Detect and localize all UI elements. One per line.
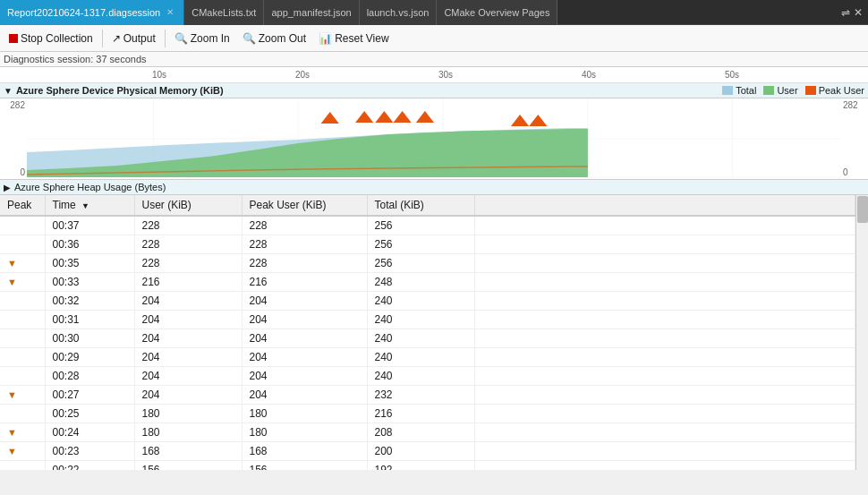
status-text: Diagnostics session: 37 seconds <box>4 54 147 64</box>
cell-total: 248 <box>367 273 474 292</box>
col-peak-label: Peak <box>7 199 31 211</box>
table-row[interactable]: 00:29204204240 <box>0 348 855 367</box>
svg-marker-12 <box>416 111 434 123</box>
expand-triangle[interactable]: ▶ <box>4 183 11 192</box>
stop-collection-button[interactable]: Stop Collection <box>4 28 98 49</box>
content-with-scroll: Peak Time ▼ User (KiB) Peak User (KiB) <box>0 195 868 470</box>
cell-empty <box>474 367 855 386</box>
tick-20s: 20s <box>295 70 310 80</box>
cell-empty <box>474 461 855 471</box>
tick-40s: 40s <box>582 70 596 80</box>
col-empty <box>474 195 855 216</box>
cell-peak: ▼ <box>0 386 45 405</box>
tab-cmake-pages[interactable]: CMake Overview Pages <box>437 0 557 25</box>
reset-view-label: Reset View <box>335 32 388 45</box>
cell-peak <box>0 329 45 348</box>
zoom-in-icon: 🔍 <box>174 32 188 45</box>
y-min-right: 0 <box>843 167 866 177</box>
cell-peak <box>0 216 45 235</box>
zoom-in-button[interactable]: 🔍 Zoom In <box>169 28 235 49</box>
svg-marker-14 <box>529 115 547 126</box>
zoom-out-button[interactable]: 🔍 Zoom Out <box>237 28 311 49</box>
col-user[interactable]: User (KiB) <box>134 195 242 216</box>
cell-peak-user: 180 <box>242 423 367 442</box>
tab-label: app_manifest.json <box>271 7 351 18</box>
table-row[interactable]: ▼00:24180180208 <box>0 423 855 442</box>
cell-user: 204 <box>134 367 242 386</box>
table-row[interactable]: 00:31204204240 <box>0 311 855 329</box>
cell-user: 228 <box>134 235 242 254</box>
data-table: Peak Time ▼ User (KiB) Peak User (KiB) <box>0 195 855 470</box>
reset-view-button[interactable]: 📊 Reset View <box>313 28 394 49</box>
tab-actions: ⇌ ✕ <box>836 6 868 19</box>
tab-manifest[interactable]: app_manifest.json <box>264 0 359 25</box>
tab-bar: Report20210624-1317.diagsession ✕ CMakeL… <box>0 0 868 25</box>
col-peak[interactable]: Peak <box>0 195 45 216</box>
stop-label: Stop Collection <box>21 32 93 45</box>
collapse-triangle[interactable]: ▼ <box>4 86 13 96</box>
cell-total: 240 <box>367 367 474 386</box>
cell-peak-user: 180 <box>242 405 367 423</box>
legend-total: Total <box>722 85 756 96</box>
stop-icon <box>9 34 18 43</box>
cell-peak: ▼ <box>0 442 45 461</box>
cell-user: 156 <box>134 461 242 471</box>
table-row[interactable]: 00:36228228256 <box>0 235 855 254</box>
cell-total: 240 <box>367 348 474 367</box>
table-row[interactable]: 00:30204204240 <box>0 329 855 348</box>
cell-user: 204 <box>134 329 242 348</box>
col-peak-user[interactable]: Peak User (KiB) <box>242 195 367 216</box>
col-time[interactable]: Time ▼ <box>45 195 134 216</box>
cell-time: 00:36 <box>45 235 134 254</box>
chart-container: 282 0 <box>0 98 868 179</box>
cell-peak-user: 204 <box>242 348 367 367</box>
heap-section[interactable]: ▶ Azure Sphere Heap Usage (Bytes) <box>0 180 868 195</box>
tab-label: CMake Overview Pages <box>444 7 549 18</box>
chart-plot[interactable] <box>27 98 841 179</box>
cell-user: 228 <box>134 216 242 235</box>
scrollbar-thumb[interactable] <box>857 196 868 223</box>
cell-time: 00:28 <box>45 367 134 386</box>
tab-report[interactable]: Report20210624-1317.diagsession ✕ <box>0 0 184 25</box>
table-row[interactable]: ▼00:23168168200 <box>0 442 855 461</box>
cell-empty <box>474 311 855 329</box>
cell-total: 240 <box>367 311 474 329</box>
table-row[interactable]: ▼00:33216216248 <box>0 273 855 292</box>
peak-marker: ▼ <box>7 258 17 269</box>
legend-total-dot <box>722 86 733 95</box>
table-row[interactable]: 00:37228228256 <box>0 216 855 235</box>
cell-time: 00:29 <box>45 348 134 367</box>
cell-time: 00:32 <box>45 292 134 311</box>
svg-marker-8 <box>321 112 339 124</box>
cell-peak <box>0 292 45 311</box>
cell-total: 240 <box>367 292 474 311</box>
cell-user: 168 <box>134 442 242 461</box>
table-row[interactable]: ▼00:27204204232 <box>0 386 855 405</box>
svg-marker-9 <box>355 111 373 123</box>
table-row[interactable]: 00:25180180216 <box>0 405 855 423</box>
tab-action-icon1[interactable]: ⇌ <box>841 6 850 19</box>
cell-peak: ▼ <box>0 254 45 273</box>
table-row[interactable]: 00:32204204240 <box>0 292 855 311</box>
table-row[interactable]: 00:22156156192 <box>0 461 855 471</box>
bar-chart-icon: 📊 <box>319 32 332 45</box>
cell-total: 200 <box>367 442 474 461</box>
tab-close-report[interactable]: ✕ <box>164 6 176 19</box>
scrollbar-track[interactable] <box>855 195 868 470</box>
cell-total: 192 <box>367 461 474 471</box>
col-total-label: Total (KiB) <box>375 199 424 211</box>
chart-svg <box>27 98 841 179</box>
header-row: Peak Time ▼ User (KiB) Peak User (KiB) <box>0 195 855 216</box>
cell-total: 232 <box>367 386 474 405</box>
cell-empty <box>474 386 855 405</box>
table-row[interactable]: 00:28204204240 <box>0 367 855 386</box>
tab-cmake[interactable]: CMakeLists.txt <box>184 0 264 25</box>
col-total[interactable]: Total (KiB) <box>367 195 474 216</box>
tab-action-icon2[interactable]: ✕ <box>854 6 863 19</box>
main-content: Peak Time ▼ User (KiB) Peak User (KiB) <box>0 195 855 470</box>
table-row[interactable]: ▼00:35228228256 <box>0 254 855 273</box>
table-area[interactable]: Peak Time ▼ User (KiB) Peak User (KiB) <box>0 195 855 470</box>
output-button[interactable]: ↗ Output <box>106 28 161 49</box>
tab-launch[interactable]: launch.vs.json <box>360 0 438 25</box>
cell-time: 00:27 <box>45 386 134 405</box>
